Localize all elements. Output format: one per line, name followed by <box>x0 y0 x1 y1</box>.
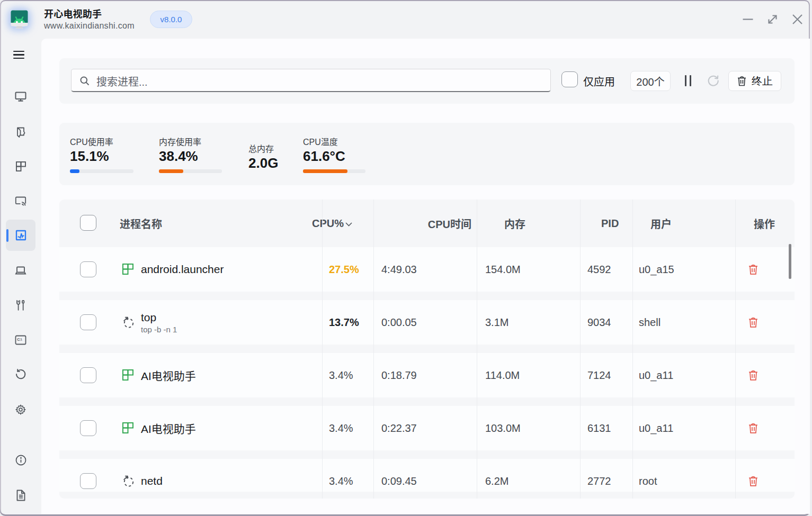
kill-process-button[interactable] <box>748 422 759 436</box>
column-separator <box>373 200 374 499</box>
minimize-button[interactable] <box>735 9 760 30</box>
process-name: AI电视助手 <box>141 367 196 383</box>
cell-memory: 6.2M <box>485 459 508 492</box>
process-name-cell: android.launcher <box>141 247 224 292</box>
monitor-icon <box>15 91 26 102</box>
column-separator <box>477 200 477 499</box>
process-table: 进程名称 CPU% CPU时间 内存 PID 用户 操作 android.lau… <box>59 200 795 499</box>
process-name: netd <box>141 475 163 487</box>
cpu-temp-bar <box>303 169 365 173</box>
cell-cpu-percent: 13.7% <box>329 300 359 345</box>
active-indicator <box>6 229 8 242</box>
app-grid-icon <box>122 263 134 275</box>
cell-cpu-percent: 3.4% <box>329 406 353 450</box>
kill-process-button[interactable] <box>748 316 759 330</box>
stat-label: 总内存 <box>248 142 274 155</box>
only-apps-label: 仅应用 <box>583 58 615 104</box>
app-logo-icon <box>11 10 28 29</box>
stat-value: 61.6°C <box>303 148 345 165</box>
sidebar-item-cast[interactable] <box>6 186 35 217</box>
sidebar-item-processes[interactable] <box>6 220 35 251</box>
cell-memory: 114.0M <box>485 353 520 397</box>
toolbar-card: 搜索进程... 仅应用 200个 终止 <box>59 58 795 104</box>
main-panel: 搜索进程... 仅应用 200个 终止 <box>41 39 810 514</box>
sidebar-item-logs[interactable] <box>6 479 35 511</box>
laptop-icon <box>15 265 26 276</box>
cell-user: u0_a11 <box>639 406 673 450</box>
search-input[interactable]: 搜索进程... <box>71 69 551 92</box>
refresh-icon[interactable] <box>707 74 720 87</box>
row-checkbox[interactable] <box>80 261 96 277</box>
titlebar: 开心电视助手 www.kaixindianshi.com v8.0.0 <box>0 0 810 39</box>
cell-pid: 9034 <box>587 300 611 345</box>
cell-memory: 154.0M <box>485 247 521 292</box>
process-name-cell: netd <box>141 459 163 492</box>
sidebar-item-tools[interactable] <box>6 289 35 321</box>
sidebar-item-tv[interactable] <box>6 81 35 112</box>
window-controls <box>735 0 810 39</box>
cell-memory: 103.0M <box>485 406 521 450</box>
process-spinner-icon <box>122 316 135 329</box>
table-rows-viewport: android.launcher 27.5% 4:49.03 154.0M 45… <box>59 200 795 492</box>
cell-pid: 4592 <box>587 247 611 292</box>
process-name: android.launcher <box>141 263 224 276</box>
cell-cpu-time: 4:49.03 <box>381 247 417 292</box>
stats-card: CPU使用率 15.1% 内存使用率 38.4% 总内存 2.0G CPU温度 … <box>59 123 795 185</box>
sidebar-item-about[interactable] <box>6 445 35 476</box>
process-name: top <box>141 311 177 324</box>
search-icon <box>80 76 90 86</box>
table-row[interactable]: AI电视助手 3.4% 0:22.37 103.0M 6131 u0_a11 <box>59 406 795 450</box>
cell-pid: 2772 <box>587 459 611 492</box>
table-row[interactable]: android.launcher 27.5% 4:49.03 154.0M 45… <box>59 247 795 292</box>
bar-fill <box>303 169 347 173</box>
cell-pid: 7124 <box>587 353 611 397</box>
column-separator <box>735 200 736 499</box>
table-row[interactable]: netd 3.4% 0:09.45 6.2M 2772 root <box>59 459 795 492</box>
cell-cpu-time: 0:22.37 <box>381 406 417 450</box>
table-scrollbar-thumb[interactable] <box>789 244 791 279</box>
sidebar-item-restore[interactable] <box>6 359 35 390</box>
cell-cpu-percent: 3.4% <box>329 459 353 492</box>
version-badge: v8.0.0 <box>150 11 192 28</box>
row-checkbox[interactable] <box>80 473 96 489</box>
search-placeholder: 搜索进程... <box>96 69 148 93</box>
sidebar-menu-toggle[interactable] <box>13 51 24 59</box>
sidebar-item-device[interactable] <box>6 255 35 286</box>
stat-value: 15.1% <box>70 148 109 165</box>
sidebar-item-layout[interactable] <box>6 151 35 182</box>
process-spinner-icon <box>122 475 135 487</box>
stat-value: 38.4% <box>159 148 198 165</box>
only-apps-checkbox[interactable] <box>561 71 578 87</box>
stat-label: CPU使用率 <box>70 135 113 148</box>
sidebar-item-apps[interactable] <box>6 116 35 148</box>
process-name-cell: toptop -b -n 1 <box>141 300 177 345</box>
pause-button[interactable] <box>685 75 691 86</box>
grid-icon <box>15 161 26 172</box>
sidebar-item-settings[interactable] <box>6 394 35 425</box>
gear-icon <box>15 404 26 415</box>
app-subtitle: www.kaixindianshi.com <box>44 21 135 31</box>
table-row[interactable]: AI电视助手 3.4% 0:18.79 114.0M 7124 u0_a11 <box>59 353 795 397</box>
table-row[interactable]: toptop -b -n 1 13.7% 0:00.05 3.1M 9034 s… <box>59 300 795 345</box>
terminate-button[interactable]: 终止 <box>728 71 781 91</box>
stat-label: 内存使用率 <box>159 135 201 148</box>
resize-button[interactable] <box>760 9 785 30</box>
terminate-trash-icon <box>737 76 747 86</box>
app-window: 开心电视助手 www.kaixindianshi.com v8.0.0 <box>0 0 810 516</box>
row-checkbox[interactable] <box>80 367 96 383</box>
memory-usage-bar <box>159 169 222 173</box>
terminate-label: 终止 <box>752 74 773 88</box>
sidebar-item-terminal[interactable]: C:\ <box>6 324 35 356</box>
kill-process-button[interactable] <box>748 264 759 277</box>
svg-text:C:\: C:\ <box>17 338 22 341</box>
cell-cpu-time: 0:09.45 <box>381 459 417 492</box>
close-button[interactable] <box>785 9 810 30</box>
process-count-badge: 200个 <box>630 71 671 91</box>
kill-process-button[interactable] <box>748 475 759 488</box>
kill-process-button[interactable] <box>748 369 759 383</box>
row-checkbox[interactable] <box>80 314 96 330</box>
stat-label: CPU温度 <box>303 135 338 148</box>
app-title: 开心电视助手 <box>44 8 135 21</box>
row-checkbox[interactable] <box>80 420 96 436</box>
command-icon: C:\ <box>15 335 26 345</box>
